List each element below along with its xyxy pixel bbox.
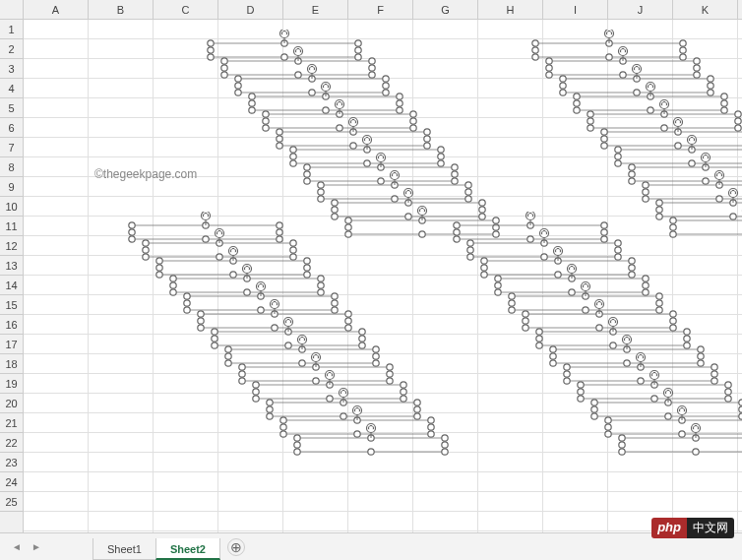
row-header[interactable]: 17: [0, 335, 23, 354]
watermark-text: ©thegeekpage.com: [94, 167, 197, 181]
row-header[interactable]: 3: [0, 59, 23, 79]
column-header[interactable]: I: [543, 0, 608, 19]
column-header[interactable]: A: [24, 0, 89, 19]
column-headers: ABCDEFGHIJK: [24, 0, 742, 20]
row-header[interactable]: 5: [0, 98, 23, 118]
row-header[interactable]: 7: [0, 138, 23, 157]
row-header[interactable]: 25: [0, 492, 23, 512]
row-header[interactable]: 10: [0, 197, 23, 217]
column-header[interactable]: H: [478, 0, 543, 19]
row-header[interactable]: 23: [0, 453, 23, 472]
row-header[interactable]: 20: [0, 394, 23, 413]
row-header[interactable]: 12: [0, 236, 23, 256]
sheet-tabs: Sheet1Sheet2: [93, 533, 219, 560]
row-header[interactable]: 16: [0, 315, 23, 335]
sheet-nav-prev[interactable]: ◄: [8, 538, 26, 556]
row-header[interactable]: 13: [0, 256, 23, 276]
row-header[interactable]: 18: [0, 354, 23, 374]
spreadsheet-grid: ABCDEFGHIJK 1234567891011121314151617181…: [0, 0, 742, 532]
row-header[interactable]: 11: [0, 217, 23, 236]
badge-left: php: [651, 518, 687, 538]
column-header[interactable]: D: [218, 0, 283, 19]
sheet-tab[interactable]: Sheet2: [155, 538, 220, 560]
column-header[interactable]: K: [673, 0, 738, 19]
column-header[interactable]: F: [348, 0, 413, 19]
row-header[interactable]: 8: [0, 157, 23, 177]
row-header[interactable]: 21: [0, 413, 23, 433]
row-header[interactable]: 4: [0, 79, 23, 98]
column-header[interactable]: G: [413, 0, 478, 19]
row-header[interactable]: 2: [0, 39, 23, 59]
row-header[interactable]: 14: [0, 276, 23, 295]
sheet-tab-bar: ◄ ► Sheet1Sheet2 ⊕: [0, 532, 742, 560]
site-badge: php 中文网: [651, 518, 734, 538]
add-sheet-button[interactable]: ⊕: [227, 538, 245, 556]
row-headers: 1234567891011121314151617181920212223242…: [0, 20, 24, 532]
sheet-nav-next[interactable]: ►: [28, 538, 45, 556]
row-header[interactable]: 19: [0, 374, 23, 394]
row-header[interactable]: 15: [0, 295, 23, 315]
cells-area[interactable]: [24, 20, 742, 532]
row-header[interactable]: 6: [0, 118, 23, 138]
select-all-corner[interactable]: [0, 0, 24, 20]
sheet-tab[interactable]: Sheet1: [93, 538, 156, 560]
column-header[interactable]: J: [608, 0, 673, 19]
badge-right: 中文网: [687, 518, 734, 538]
row-header[interactable]: 1: [0, 20, 23, 39]
row-header[interactable]: 9: [0, 177, 23, 197]
column-header[interactable]: E: [283, 0, 348, 19]
row-header[interactable]: 22: [0, 433, 23, 453]
column-header[interactable]: B: [89, 0, 154, 19]
column-header[interactable]: C: [154, 0, 218, 19]
row-header[interactable]: 24: [0, 472, 23, 492]
